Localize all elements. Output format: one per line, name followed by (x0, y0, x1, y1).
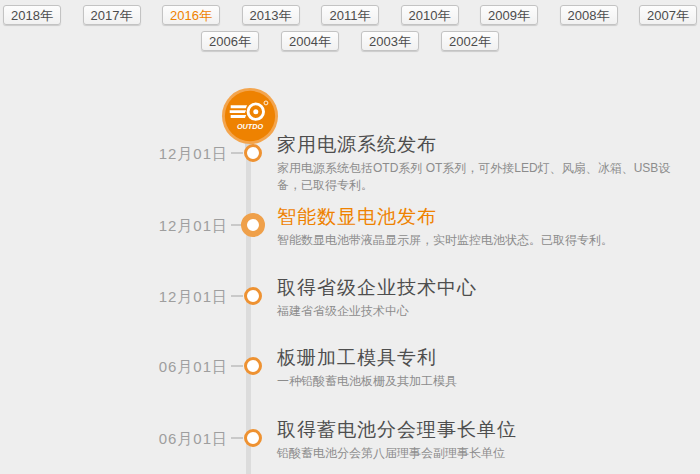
entry-description: 智能数显电池带液晶显示屏，实时监控电池状态。已取得专利。 (277, 232, 690, 249)
entry-description: 家用电源系统包括OTD系列 OT系列，可外接LED灯、风扇、冰箱、USB设备，已… (277, 160, 690, 194)
timeline-entry: 06月01日取得蓄电池分会理事长单位铅酸蓄电池分会第八届理事会副理事长单位 (0, 419, 700, 474)
dash-connector-icon (231, 295, 243, 297)
timeline-dot-icon (244, 287, 262, 305)
entry-date: 12月01日 (0, 288, 228, 307)
logo-brand-text: OUTDO (237, 122, 264, 131)
timeline-entry: 12月01日家用电源系统发布家用电源系统包括OTD系列 OT系列，可外接LED灯… (0, 134, 700, 204)
entry-date: 12月01日 (0, 145, 228, 164)
dash-connector-icon (231, 152, 243, 154)
entry-content: 板珊加工模具专利一种铅酸蓄电池板栅及其加工模具 (277, 347, 690, 390)
timeline-entry: 06月01日板珊加工模具专利一种铅酸蓄电池板栅及其加工模具 (0, 347, 700, 417)
timeline-dot-icon (241, 213, 265, 237)
entry-title[interactable]: 板珊加工模具专利 (277, 347, 690, 368)
timeline-entry: 12月01日取得省级企业技术中心福建省省级企业技术中心 (0, 277, 700, 347)
entry-content: 取得省级企业技术中心福建省省级企业技术中心 (277, 277, 690, 320)
entry-date: 12月01日 (0, 217, 228, 236)
dash-connector-icon (231, 365, 243, 367)
entry-description: 福建省省级企业技术中心 (277, 303, 690, 320)
entry-content: 家用电源系统发布家用电源系统包括OTD系列 OT系列，可外接LED灯、风扇、冰箱… (277, 134, 690, 194)
timeline-dot-icon (244, 357, 262, 375)
timeline-entry: 12月01日智能数显电池发布智能数显电池带液晶显示屏，实时监控电池状态。已取得专… (0, 206, 700, 276)
dash-connector-icon (231, 437, 243, 439)
entry-content: 智能数显电池发布智能数显电池带液晶显示屏，实时监控电池状态。已取得专利。 (277, 206, 690, 249)
timeline-dot-icon (244, 429, 262, 447)
entry-date: 06月01日 (0, 358, 228, 377)
entry-title[interactable]: 取得蓄电池分会理事长单位 (277, 419, 690, 440)
entry-date: 06月01日 (0, 430, 228, 449)
entry-title[interactable]: 家用电源系统发布 (277, 134, 690, 155)
entry-title[interactable]: 智能数显电池发布 (277, 206, 690, 227)
entry-content: 取得蓄电池分会理事长单位铅酸蓄电池分会第八届理事会副理事长单位 (277, 419, 690, 462)
entry-title[interactable]: 取得省级企业技术中心 (277, 277, 690, 298)
timeline-dot-icon (244, 144, 262, 162)
timeline: OUTDO 12月01日家用电源系统发布家用电源系统包括OTD系列 OT系列，可… (0, 0, 700, 474)
entry-description: 铅酸蓄电池分会第八届理事会副理事长单位 (277, 445, 690, 462)
entry-description: 一种铅酸蓄电池板栅及其加工模具 (277, 373, 690, 390)
milestone-page: 2018年2017年2016年2013年2011年2010年2009年2008年… (0, 0, 700, 474)
